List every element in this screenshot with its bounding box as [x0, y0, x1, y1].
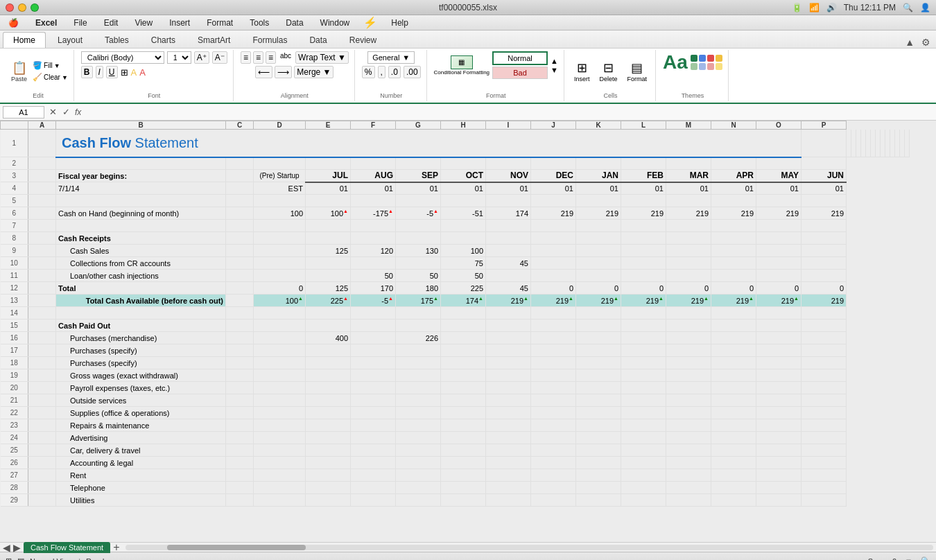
cell[interactable]: 0: [621, 282, 666, 295]
cell[interactable]: [351, 320, 396, 332]
cell[interactable]: [28, 469, 56, 482]
cell[interactable]: [756, 232, 801, 245]
cell[interactable]: [28, 170, 56, 182]
cell[interactable]: [306, 394, 351, 407]
table-row[interactable]: 13Total Cash Available (before cash out)…: [1, 295, 910, 307]
cell[interactable]: [306, 357, 351, 369]
cell[interactable]: [28, 282, 56, 295]
cell[interactable]: [621, 369, 666, 382]
cell[interactable]: [576, 482, 621, 494]
cell[interactable]: 0: [801, 282, 847, 295]
cell[interactable]: [711, 344, 756, 357]
cell[interactable]: [351, 482, 396, 494]
cell[interactable]: [226, 157, 254, 170]
cell[interactable]: AUG: [351, 170, 396, 182]
formula-input[interactable]: [84, 108, 933, 116]
cell[interactable]: [576, 332, 621, 344]
cell[interactable]: -175▲: [351, 207, 396, 220]
cell[interactable]: [666, 320, 711, 332]
table-row[interactable]: 24Advertising: [1, 432, 910, 444]
sheet-tab-cashflow[interactable]: Cash Flow Statement: [24, 542, 110, 553]
cell[interactable]: 225: [441, 282, 486, 295]
col-header-g[interactable]: G: [396, 121, 441, 130]
cell[interactable]: [486, 394, 531, 407]
table-row[interactable]: 22Supplies (office & operations): [1, 407, 910, 419]
cell[interactable]: 219: [666, 207, 711, 220]
cell[interactable]: [486, 382, 531, 394]
cell[interactable]: [441, 444, 486, 457]
cell[interactable]: MAY: [756, 170, 801, 182]
table-row[interactable]: 7: [1, 220, 910, 232]
cell[interactable]: [306, 270, 351, 282]
cell[interactable]: [756, 157, 801, 170]
table-row[interactable]: 19Gross wages (exact withdrawal): [1, 369, 910, 382]
col-header-n[interactable]: N: [711, 121, 756, 130]
cell[interactable]: [666, 245, 711, 257]
table-row[interactable]: 12Total0125170180225450000000: [1, 282, 910, 295]
cell[interactable]: SEP: [396, 170, 441, 182]
cell[interactable]: [226, 444, 254, 457]
cell[interactable]: [351, 382, 396, 394]
cell[interactable]: [531, 307, 576, 320]
table-row[interactable]: 10Collections from CR accounts7545: [1, 257, 910, 270]
cell[interactable]: [801, 457, 847, 469]
cell[interactable]: [531, 469, 576, 482]
cell[interactable]: [576, 344, 621, 357]
cell[interactable]: [396, 444, 441, 457]
cell[interactable]: [226, 357, 254, 369]
menu-format[interactable]: Format: [204, 17, 236, 28]
cell[interactable]: [226, 307, 254, 320]
table-row[interactable]: 1Cash Flow Statement: [1, 130, 910, 157]
cell[interactable]: JAN: [576, 170, 621, 182]
cell[interactable]: [254, 357, 306, 369]
cell[interactable]: [756, 419, 801, 432]
cell[interactable]: [306, 320, 351, 332]
cell[interactable]: [531, 432, 576, 444]
cell[interactable]: Car, delivery & travel: [56, 444, 226, 457]
cell[interactable]: [56, 195, 226, 207]
cell[interactable]: [576, 157, 621, 170]
cell[interactable]: [711, 394, 756, 407]
col-header-m[interactable]: M: [666, 121, 711, 130]
tab-smartart[interactable]: SmartArt: [187, 32, 241, 48]
cell[interactable]: [531, 382, 576, 394]
cell[interactable]: [801, 320, 847, 332]
window-controls[interactable]: [6, 3, 39, 12]
cell[interactable]: [666, 332, 711, 344]
cell[interactable]: NOV: [486, 170, 531, 182]
cell[interactable]: 01: [756, 182, 801, 195]
cell[interactable]: [28, 220, 56, 232]
cell[interactable]: [885, 130, 890, 157]
menu-insert[interactable]: Insert: [166, 17, 193, 28]
cell[interactable]: [801, 482, 847, 494]
cell[interactable]: [254, 432, 306, 444]
cell[interactable]: 219: [576, 207, 621, 220]
cell[interactable]: [441, 494, 486, 507]
cell[interactable]: [441, 457, 486, 469]
cell[interactable]: [254, 444, 306, 457]
cell[interactable]: [621, 357, 666, 369]
cell[interactable]: [254, 482, 306, 494]
col-header-h[interactable]: H: [441, 121, 486, 130]
cell[interactable]: [756, 245, 801, 257]
cell[interactable]: 174: [486, 207, 531, 220]
cell[interactable]: [28, 357, 56, 369]
cell[interactable]: [576, 257, 621, 270]
table-row[interactable]: 8Cash Receipts: [1, 232, 910, 245]
cell[interactable]: [576, 232, 621, 245]
cell[interactable]: [56, 220, 226, 232]
cell[interactable]: [28, 295, 56, 307]
table-row[interactable]: 6Cash on Hand (beginning of month)100100…: [1, 207, 910, 220]
cell[interactable]: [621, 432, 666, 444]
table-row[interactable]: 27Rent: [1, 469, 910, 482]
cell[interactable]: [576, 320, 621, 332]
cell[interactable]: [351, 407, 396, 419]
cell[interactable]: [486, 232, 531, 245]
sum-dropdown-icon[interactable]: ▼: [905, 557, 912, 561]
cell[interactable]: [28, 444, 56, 457]
cell[interactable]: [254, 270, 306, 282]
cell[interactable]: [666, 432, 711, 444]
cell[interactable]: [756, 270, 801, 282]
cell[interactable]: [531, 357, 576, 369]
cell[interactable]: [621, 270, 666, 282]
